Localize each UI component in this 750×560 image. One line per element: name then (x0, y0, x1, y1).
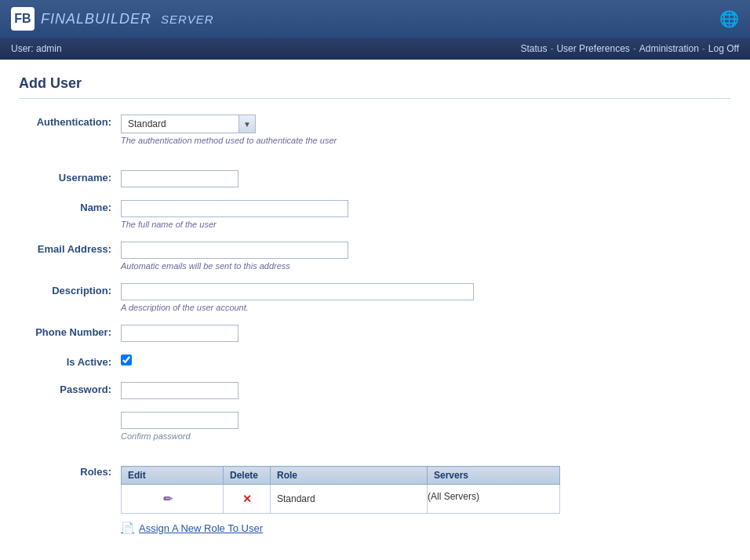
auth-label: Authentication: (19, 108, 121, 151)
role-servers: (All Servers) (428, 485, 560, 514)
auth-row: Authentication: Standard ▼ The authentic… (19, 108, 731, 151)
role-name: Standard (271, 485, 428, 514)
roles-label: Roles: (19, 460, 121, 540)
name-label: Name: (19, 194, 121, 235)
is-active-row: Is Active: (19, 348, 731, 376)
page-title: Add User (19, 75, 731, 99)
name-row: Name: The full name of the user (19, 194, 731, 235)
password-row: Password: (19, 376, 731, 405)
header: FB FINALBUILDER Server 🌐 (0, 0, 750, 38)
edit-role-icon[interactable]: ✏ (163, 493, 173, 505)
auth-dropdown-button[interactable]: ▼ (238, 115, 256, 133)
col-role: Role (271, 467, 428, 485)
col-edit: Edit (122, 467, 224, 485)
col-servers: Servers (428, 467, 560, 485)
navbar-links: Status - User Preferences - Administrati… (520, 43, 739, 54)
navbar: User: admin Status - User Preferences - … (0, 38, 750, 60)
email-label: Email Address: (19, 235, 121, 277)
log-off-link[interactable]: Log Off (708, 43, 739, 54)
confirm-password-row: Confirm password (19, 405, 731, 447)
logo-icon: FB (11, 7, 35, 31)
status-link[interactable]: Status (520, 43, 547, 54)
confirm-password-label: Confirm password (121, 431, 731, 441)
assign-role-link[interactable]: 📄 Assign A New Role To User (121, 522, 731, 534)
username-input[interactable] (121, 170, 238, 187)
logo-main-text: FINALBUILDER (41, 11, 151, 27)
assign-role-icon: 📄 (121, 522, 134, 534)
password-label: Password: (19, 376, 121, 405)
table-row: ✏ ✕ Standard (All Servers) (122, 485, 560, 514)
description-hint: A description of the user account. (121, 303, 731, 312)
add-user-form: Authentication: Standard ▼ The authentic… (19, 108, 731, 540)
logo-text: FINALBUILDER Server (41, 11, 213, 27)
password-input[interactable] (121, 382, 238, 399)
phone-label: Phone Number: (19, 318, 121, 348)
description-label: Description: (19, 277, 121, 318)
description-input[interactable] (121, 283, 474, 300)
email-input[interactable] (121, 242, 348, 259)
username-label: Username: (19, 164, 121, 194)
user-preferences-link[interactable]: User Preferences (556, 43, 629, 54)
roles-table: Edit Delete Role Servers ✏ ✕ Standard (A… (121, 466, 560, 514)
phone-row: Phone Number: (19, 318, 731, 348)
logo-sub-text: Server (161, 13, 213, 26)
name-input[interactable] (121, 200, 348, 217)
username-row: Username: (19, 164, 731, 194)
name-hint: The full name of the user (121, 220, 731, 229)
delete-role-icon[interactable]: ✕ (242, 493, 252, 505)
confirm-password-input[interactable] (121, 412, 238, 429)
globe-icon: 🌐 (719, 9, 739, 28)
is-active-label: Is Active: (19, 348, 121, 376)
assign-role-label: Assign A New Role To User (139, 522, 263, 534)
is-active-checkbox[interactable] (121, 355, 132, 365)
auth-select-wrapper: Standard ▼ (121, 115, 731, 133)
auth-select-value: Standard (121, 115, 238, 133)
roles-header-row: Edit Delete Role Servers (122, 467, 560, 485)
roles-row: Roles: Edit Delete Role Servers (19, 460, 731, 540)
email-hint: Automatic emails will be sent to this ad… (121, 261, 731, 271)
email-row: Email Address: Automatic emails will be … (19, 235, 731, 277)
logo: FB FINALBUILDER Server (11, 7, 213, 31)
col-delete: Delete (224, 467, 271, 485)
user-label: User: admin (11, 43, 62, 54)
main-content: Add User Authentication: Standard ▼ The … (0, 60, 750, 556)
auth-hint: The authentication method used to authen… (121, 136, 731, 145)
administration-link[interactable]: Administration (639, 43, 699, 54)
phone-input[interactable] (121, 325, 238, 342)
description-row: Description: A description of the user a… (19, 277, 731, 318)
